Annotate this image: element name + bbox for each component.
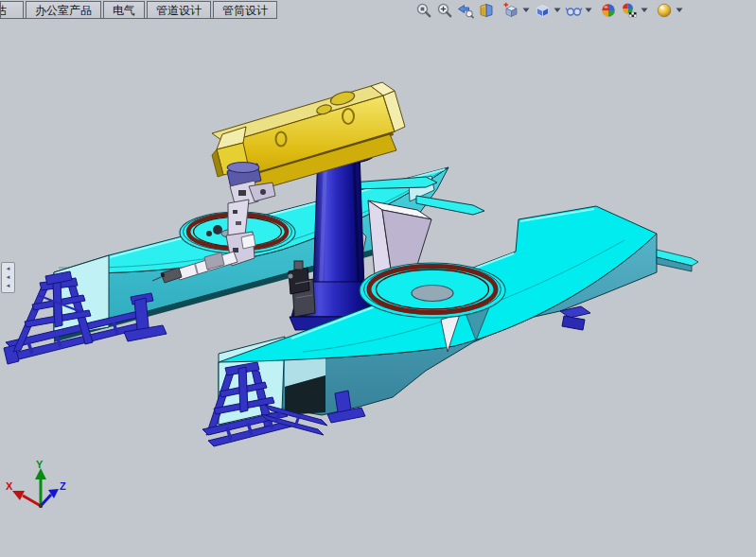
zoom-to-fit-icon[interactable] [414,1,433,20]
tab-label: 办公室产品 [35,3,92,19]
tab-partial-evaluate[interactable]: 估 [0,1,24,19]
view-orientation-icon[interactable] [501,1,520,20]
view-orientation-dropdown-caret[interactable] [521,1,530,20]
right-girder-far-bracket[interactable] [560,306,590,330]
right-turntable[interactable] [360,263,505,318]
reference-triad: X Y Z [6,459,66,508]
zoom-to-area-icon[interactable] [435,1,454,20]
robot-arm[interactable] [212,82,405,193]
tab-tubing-design[interactable]: 管筒设计 [213,1,277,19]
hide-show-items-icon[interactable] [564,1,583,20]
hide-show-items-dropdown-caret[interactable] [584,1,592,20]
apply-scene-dropdown-caret[interactable] [640,1,648,20]
view-settings-dropdown-caret[interactable] [675,1,683,20]
feature-panel-flyout-button[interactable]: ◄ ◄ ◄ [1,262,15,293]
previous-view-icon[interactable] [456,1,475,20]
x-axis-label: X [6,480,13,492]
display-style-icon[interactable] [533,1,552,20]
graphics-viewport[interactable]: X Y Z [0,0,756,557]
view-settings-icon[interactable] [655,1,674,20]
edit-appearance-icon[interactable] [599,1,618,20]
apply-scene-icon[interactable] [620,1,639,20]
wrist-link-2 [228,200,249,237]
tab-office-products[interactable]: 办公室产品 [26,1,101,19]
solidworks-window: { "app": { "background_color": "#c2c7ce"… [0,0,756,557]
heads-up-view-toolbar [413,0,685,21]
tab-label: 电气 [113,3,135,19]
wrist-knob [213,225,222,235]
flyout-arrow-icon: ◄ [6,273,11,282]
flyout-arrow-icon: ◄ [6,282,11,290]
command-tabs: 估 办公室产品 电气 管道设计 管筒设计 [0,1,277,19]
y-axis-label: Y [36,459,44,470]
z-axis-label: Z [60,480,66,492]
section-view-icon[interactable] [477,1,496,20]
flyout-arrow-icon: ◄ [6,265,11,273]
tab-electrical[interactable]: 电气 [103,1,145,19]
tab-label: 管筒设计 [222,3,268,19]
tab-partial-label: 估 [0,3,7,19]
display-style-dropdown-caret[interactable] [553,1,561,20]
tab-label: 管道设计 [156,3,202,19]
right-turntable-center-hole [412,286,453,302]
tab-piping-design[interactable]: 管道设计 [147,1,211,19]
